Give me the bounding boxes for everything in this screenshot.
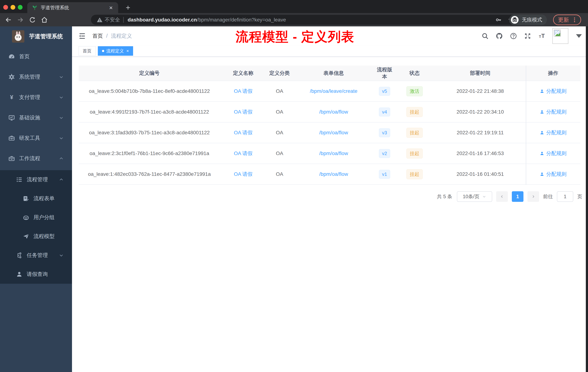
sidebar-item-toolbox[interactable]: 研发工具 xyxy=(0,128,72,148)
cell-form-link[interactable]: /bpm/oa/leave/create xyxy=(293,81,375,101)
github-icon[interactable] xyxy=(496,33,503,40)
definition-name-link[interactable]: OA 请假 xyxy=(234,130,252,135)
window-close-button[interactable] xyxy=(3,5,8,10)
assign-rule-link[interactable]: 分配规则 xyxy=(540,88,567,95)
password-key-icon[interactable] xyxy=(495,17,502,23)
forward-button-icon[interactable] xyxy=(17,16,24,23)
new-tab-button[interactable] xyxy=(123,2,133,13)
page-number-button[interactable]: 1 xyxy=(512,191,524,202)
browser-tab[interactable]: 芋道管理系统 × xyxy=(27,2,118,13)
sidebar-item-gear[interactable]: 系统管理 xyxy=(0,67,72,87)
definition-name-link[interactable]: OA 请假 xyxy=(234,171,252,177)
cell-action[interactable]: 分配规则 xyxy=(526,143,580,164)
search-icon[interactable] xyxy=(482,33,489,40)
column-header: 状态 xyxy=(395,66,435,81)
definition-name-link[interactable]: OA 请假 xyxy=(234,88,252,94)
form-link[interactable]: /bpm/oa/flow xyxy=(319,151,348,156)
update-label: 更新 xyxy=(558,16,569,24)
cell-action[interactable]: 分配规则 xyxy=(526,122,580,143)
cell-version: v5 xyxy=(375,81,395,101)
cell-form-link[interactable]: /bpm/oa/flow xyxy=(293,122,375,143)
cell-version: v2 xyxy=(375,143,395,164)
assign-rule-link[interactable]: 分配规则 xyxy=(540,150,567,157)
sidebar-item-label: 基础设施 xyxy=(19,114,59,121)
breadcrumb-home[interactable]: 首页 xyxy=(92,33,103,40)
font-size-icon[interactable]: TT xyxy=(538,33,546,40)
sidebar-item-label: 用户分组 xyxy=(33,214,72,221)
sidebar-toggle-icon[interactable] xyxy=(78,32,86,40)
assign-rule-link[interactable]: 分配规则 xyxy=(540,129,567,136)
cell-definition-name[interactable]: OA 请假 xyxy=(220,122,266,143)
back-button-icon[interactable] xyxy=(5,16,12,23)
prev-page-button[interactable] xyxy=(496,191,508,202)
fullscreen-icon[interactable] xyxy=(524,33,531,40)
cell-definition-name[interactable]: OA 请假 xyxy=(220,143,266,164)
assign-rule-link[interactable]: 分配规则 xyxy=(540,171,567,178)
svg-text:T: T xyxy=(539,34,541,39)
sidebar-item-list-tree[interactable]: 流程管理 xyxy=(0,170,72,189)
cell-definition-id: oa_leave:2:3c1f0ef1-76b1-11ec-9c66-a2380… xyxy=(79,143,220,164)
reload-button-icon[interactable] xyxy=(29,16,36,23)
chevron-up-icon xyxy=(59,156,64,161)
avatar[interactable] xyxy=(552,28,568,44)
help-icon[interactable] xyxy=(510,33,517,40)
sidebar-item-org[interactable]: 任务管理 xyxy=(0,246,72,265)
sidebar-item-yen[interactable]: ¥支付管理 xyxy=(0,87,72,108)
sidebar-item-person[interactable]: 请假查询 xyxy=(0,265,72,284)
sidebar-logo-row[interactable]: 芋道管理系统 xyxy=(0,26,72,46)
cell-action[interactable]: 分配规则 xyxy=(526,101,580,122)
sidebar-item-toolbox[interactable]: 工作流程 xyxy=(0,148,72,169)
definition-name-link[interactable]: OA 请假 xyxy=(234,151,252,156)
column-header: 定义名称 xyxy=(220,66,266,81)
tag-inactive[interactable]: 首页 xyxy=(79,46,96,56)
sidebar-item-form[interactable]: 流程表单 xyxy=(0,189,72,208)
toolbox-icon xyxy=(8,155,15,162)
definition-name-link[interactable]: OA 请假 xyxy=(234,109,252,115)
cell-action[interactable]: 分配规则 xyxy=(526,81,580,101)
sidebar-item-monitor[interactable]: 基础设施 xyxy=(0,108,72,128)
url-path: /bpm/manager/definition?key=oa_leave xyxy=(197,17,286,23)
cell-form-link[interactable]: /bpm/oa/flow xyxy=(293,164,375,185)
sidebar-menu: 首页系统管理¥支付管理基础设施研发工具工作流程流程管理流程表单用户分组流程模型任… xyxy=(0,46,72,284)
chevron-down-icon xyxy=(482,194,486,199)
form-link[interactable]: /bpm/oa/leave/create xyxy=(310,88,357,94)
form-link[interactable]: /bpm/oa/flow xyxy=(319,109,348,115)
table-row: oa_leave:2:3c1f0ef1-76b1-11ec-9c66-a2380… xyxy=(79,143,580,164)
status-tag: 挂起 xyxy=(406,128,423,138)
form-link[interactable]: /bpm/oa/flow xyxy=(319,171,348,177)
page-size-select[interactable]: 10条/页 xyxy=(457,191,492,202)
cell-form-link[interactable]: /bpm/oa/flow xyxy=(293,101,375,122)
window-maximize-button[interactable] xyxy=(18,5,22,10)
cell-version: v1 xyxy=(375,164,395,185)
cell-definition-name[interactable]: OA 请假 xyxy=(220,101,266,122)
tag-active[interactable]: 流程定义× xyxy=(98,46,133,56)
tab-close-icon[interactable]: × xyxy=(108,4,114,11)
update-browser-button[interactable]: 更新 xyxy=(553,15,581,25)
cell-action[interactable]: 分配规则 xyxy=(526,164,580,185)
user-icon xyxy=(540,151,544,156)
sidebar-item-robot[interactable]: 用户分组 xyxy=(0,208,72,227)
tag-close-icon[interactable]: × xyxy=(126,48,129,54)
window-minimize-button[interactable] xyxy=(10,5,15,10)
cell-definition-name[interactable]: OA 请假 xyxy=(220,164,266,185)
robot-icon xyxy=(22,214,30,221)
url-bar[interactable]: 不安全 dashboard.yudao.iocoder.cn/bpm/manag… xyxy=(91,15,520,25)
page-scrollbar[interactable] xyxy=(586,26,588,372)
version-badge: v4 xyxy=(379,108,390,117)
form-link[interactable]: /bpm/oa/flow xyxy=(319,130,348,135)
security-warning-icon[interactable] xyxy=(96,17,103,23)
cell-definition-name[interactable]: OA 请假 xyxy=(220,81,266,101)
sidebar-item-plane[interactable]: 流程模型 xyxy=(0,227,72,246)
assign-rule-link[interactable]: 分配规则 xyxy=(540,109,567,115)
cell-form-link[interactable]: /bpm/oa/flow xyxy=(293,143,375,164)
avatar-dropdown-caret-icon[interactable] xyxy=(576,34,582,38)
goto-page-input[interactable] xyxy=(557,191,573,202)
browser-toolbar: 不安全 dashboard.yudao.iocoder.cn/bpm/manag… xyxy=(0,13,588,26)
home-button-icon[interactable] xyxy=(41,16,48,23)
sidebar-item-gauge[interactable]: 首页 xyxy=(0,46,72,67)
next-page-button[interactable] xyxy=(527,191,539,202)
cell-category: OA xyxy=(266,122,293,143)
table-body: oa_leave:5:004b710b-7b8a-11ec-8ef0-acde4… xyxy=(79,81,580,185)
gear-icon xyxy=(8,74,15,80)
pagination-total: 共 5 条 xyxy=(437,193,452,200)
